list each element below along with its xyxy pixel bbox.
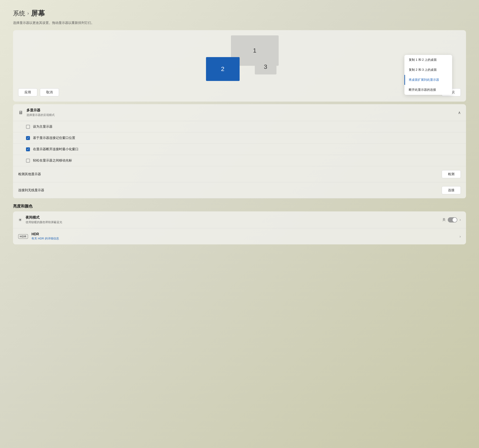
page-title: 屏幕 — [31, 9, 45, 18]
option-primary-label: 设为主显示器 — [33, 125, 53, 129]
checkbox-remember-window[interactable]: ✓ — [26, 136, 30, 140]
main-card: 1 2 3 复制 1 和 2 上的桌面 复制 2 和 3 上的桌面 将桌面扩展到… — [13, 30, 466, 102]
hdr-title: HDR — [31, 232, 59, 236]
dropdown-item-disconnect[interactable]: 断开此显示器的连接 — [404, 85, 452, 95]
collapse-icon[interactable]: ∧ — [458, 110, 461, 115]
dropdown-item-dup23[interactable]: 复制 2 和 3 上的桌面 — [404, 65, 452, 75]
multi-display-header: 🖥 多显示器 选择显示器的呈现模式 ∧ — [13, 104, 466, 121]
monitor-label-1: 1 — [253, 47, 257, 54]
hdr-badge-icon: HDR — [18, 234, 28, 239]
wireless-row: 连接到无线显示器 连接 — [13, 182, 466, 198]
hdr-row[interactable]: HDR HDR 有关 HDR 的详细信息 › — [13, 228, 466, 244]
toggle-knob — [452, 218, 457, 222]
monitor-label-3: 3 — [264, 63, 267, 70]
night-mode-toggle[interactable] — [448, 217, 457, 223]
multi-display-title: 多显示器 — [27, 108, 55, 113]
multi-display-section: 🖥 多显示器 选择显示器的呈现模式 ∧ 设为主显示器 ✓ 基于显示器连接记住窗口… — [13, 104, 466, 198]
option-easy-cursor-label: 轻松在显示器之间移动光标 — [33, 158, 72, 163]
detect-button[interactable]: 检测 — [442, 170, 461, 178]
multi-display-icon: 🖥 — [18, 110, 23, 115]
night-mode-chevron[interactable]: › — [459, 217, 461, 222]
brightness-card: ☀ 夜间模式 使用较暖的颜色帮助屏蔽蓝光 关 › HDR HDR 有关 HDR … — [13, 211, 466, 244]
section-title-row: 🖥 多显示器 选择显示器的呈现模式 — [18, 108, 55, 117]
dropdown-item-extend[interactable]: 将桌面扩展到此显示器 — [404, 75, 452, 85]
action-bar: 应用 取消 标识 — [18, 88, 461, 96]
detect-label: 检测其他显示器 — [18, 172, 41, 176]
night-mode-status: 关 — [442, 218, 446, 222]
night-mode-right: 关 › — [442, 217, 461, 223]
night-mode-row[interactable]: ☀ 夜间模式 使用较暖的颜色帮助屏蔽蓝光 关 › — [13, 211, 466, 228]
dropdown-item-dup12[interactable]: 复制 1 和 2 上的桌面 — [404, 55, 452, 65]
breadcrumb-parent[interactable]: 系统 — [13, 9, 25, 18]
checkbox-easy-cursor[interactable] — [26, 159, 30, 163]
breadcrumb: 系统 › 屏幕 — [13, 9, 466, 18]
monitor-block-2[interactable]: 2 — [206, 57, 240, 81]
page-subtitle: 选择显示器以更改其设置。拖动显示器以重新排列它们。 — [13, 21, 466, 25]
option-primary: 设为主显示器 — [13, 121, 466, 132]
hdr-right: › — [459, 234, 461, 239]
option-minimize-label: 在显示器断开连接时最小化窗口 — [33, 147, 79, 151]
hdr-left: HDR HDR 有关 HDR 的详细信息 — [18, 232, 59, 240]
checkbox-minimize-window[interactable]: ✓ — [26, 147, 30, 151]
cancel-button[interactable]: 取消 — [40, 88, 59, 96]
night-mode-title: 夜间模式 — [26, 215, 62, 220]
multi-display-subtitle: 选择显示器的呈现模式 — [27, 113, 55, 117]
wireless-label: 连接到无线显示器 — [18, 188, 44, 192]
monitor-block-3[interactable]: 3 — [255, 59, 276, 75]
breadcrumb-separator: › — [27, 11, 29, 16]
monitor-label-2: 2 — [221, 66, 224, 73]
night-mode-left: ☀ 夜间模式 使用较暖的颜色帮助屏蔽蓝光 — [18, 215, 62, 224]
display-area: 1 2 3 复制 1 和 2 上的桌面 复制 2 和 3 上的桌面 将桌面扩展到… — [18, 35, 461, 83]
option-minimize-window: ✓ 在显示器断开连接时最小化窗口 — [13, 144, 466, 155]
hdr-link[interactable]: 有关 HDR 的详细信息 — [31, 237, 59, 240]
checkbox-primary[interactable] — [26, 125, 30, 129]
night-mode-icon: ☀ — [18, 217, 22, 223]
option-easy-cursor: 轻松在显示器之间移动光标 — [13, 155, 466, 166]
option-remember-label: 基于显示器连接记住窗口位置 — [33, 136, 75, 140]
brightness-section-title: 亮度和颜色 — [13, 198, 466, 211]
apply-button[interactable]: 应用 — [18, 88, 37, 96]
detect-row: 检测其他显示器 检测 — [13, 166, 466, 182]
wireless-button[interactable]: 连接 — [442, 186, 461, 194]
option-remember-window: ✓ 基于显示器连接记住窗口位置 — [13, 132, 466, 144]
night-mode-subtitle: 使用较暖的颜色帮助屏蔽蓝光 — [26, 220, 62, 224]
display-dropdown-menu: 复制 1 和 2 上的桌面 复制 2 和 3 上的桌面 将桌面扩展到此显示器 断… — [404, 55, 452, 95]
hdr-chevron[interactable]: › — [459, 234, 461, 239]
